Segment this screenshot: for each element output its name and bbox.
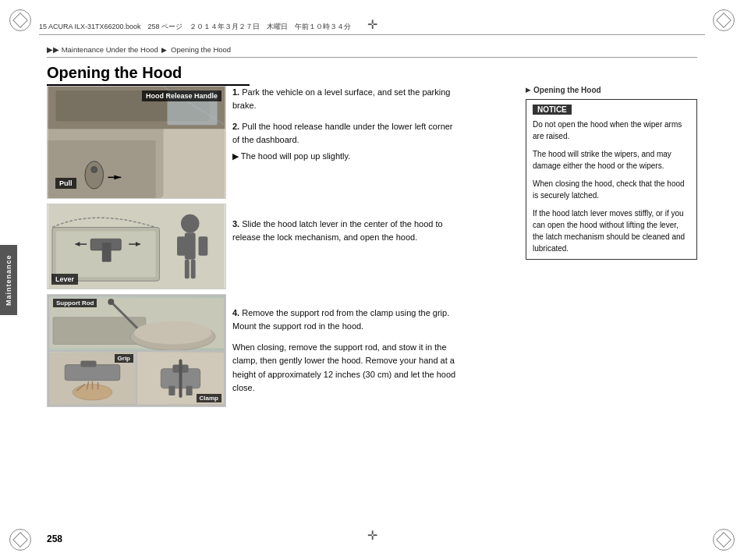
- sub-image-support-rod: Support Rod: [49, 296, 224, 350]
- step-3-label: 3.: [232, 219, 239, 229]
- step-4: 4. Remove the support rod from the clamp…: [232, 307, 459, 333]
- label-grip: Grip: [115, 354, 133, 363]
- right-section-title: Opening the Hood: [526, 86, 697, 94]
- svg-rect-15: [102, 243, 112, 262]
- page-title: Opening the Hood: [47, 64, 250, 86]
- page-number: 258: [47, 533, 62, 544]
- header-text: 15 ACURA ILX-31TX66200.book 258 ページ ２０１４…: [39, 22, 351, 32]
- notice-label: NOTICE: [533, 105, 572, 115]
- diamond-bl: [12, 532, 28, 548]
- right-column: Opening the Hood NOTICE Do not open the …: [526, 86, 697, 268]
- step-3-text: Slide the hood latch lever in the center…: [232, 219, 443, 242]
- step-2: 2. Pull the hood release handle under th…: [232, 120, 459, 163]
- step-4-text: Remove the support rod from the clamp us…: [232, 308, 449, 331]
- svg-rect-44: [168, 385, 175, 395]
- corner-mark-tl: [9, 9, 31, 31]
- label-clamp: Clamp: [197, 394, 221, 402]
- notice-text-2: The hood will strike the wipers, and may…: [533, 148, 690, 172]
- breadcrumb-item-1: Maintenance Under the Hood: [62, 45, 158, 54]
- hood-release-image: Hood Release Handle Pull: [47, 86, 226, 199]
- notice-text-3: When closing the hood, check that the ho…: [533, 178, 690, 201]
- corner-mark-tr: [713, 9, 735, 31]
- svg-rect-22: [177, 236, 186, 256]
- top-header: 15 ACURA ILX-31TX66200.book 258 ページ ２０１４…: [39, 22, 705, 35]
- diamond-tr: [716, 12, 732, 28]
- svg-rect-21: [185, 232, 196, 259]
- diamond-tl: [12, 12, 28, 28]
- svg-point-29: [108, 299, 114, 305]
- step-1-label: 1.: [232, 87, 239, 97]
- label-support-rod: Support Rod: [53, 299, 97, 307]
- svg-rect-35: [80, 360, 96, 367]
- step-4-label: 4.: [232, 308, 239, 317]
- sub-image-grip: Grip: [49, 352, 136, 406]
- hood-latch-image: Lever: [47, 204, 226, 289]
- step-1-text: Park the vehicle on a level surface, and…: [232, 87, 450, 110]
- page: ✛ ✛ 15 ACURA ILX-31TX66200.book 258 ページ …: [0, 0, 744, 560]
- step-1: 1. Park the vehicle on a level surface, …: [232, 86, 459, 112]
- right-title-text: Opening the Hood: [533, 86, 601, 94]
- svg-rect-34: [65, 364, 120, 380]
- corner-mark-br: [713, 529, 735, 551]
- label-lever: Lever: [51, 274, 78, 285]
- svg-point-20: [181, 214, 200, 233]
- label-hood-release-handle: Hood Release Handle: [142, 90, 221, 101]
- steps-column: 1. Park the vehicle on a level surface, …: [232, 86, 459, 402]
- notice-text-1: Do not open the hood when the wiper arms…: [533, 119, 690, 142]
- breadcrumb-arrow: ▶▶: [47, 45, 59, 54]
- sub-image-clamp: Clamp: [137, 352, 224, 406]
- svg-rect-25: [191, 260, 196, 279]
- notice-text-4: If the hood latch lever moves stiffly, o…: [533, 207, 690, 254]
- breadcrumb-line: [47, 57, 697, 58]
- svg-point-6: [91, 167, 97, 173]
- step-2-text: Pull the hood release handle under the l…: [232, 122, 453, 144]
- label-pull: Pull: [55, 178, 76, 189]
- step-3: 3. Slide the hood latch lever in the cen…: [232, 218, 459, 244]
- center-cross-bottom: ✛: [367, 528, 377, 543]
- svg-rect-23: [199, 236, 208, 256]
- closing-text: When closing, remove the support rod, an…: [232, 341, 459, 394]
- step-2-sub: ▶ The hood will pop up slightly.: [232, 150, 459, 163]
- svg-point-32: [134, 321, 211, 345]
- left-column: Hood Release Handle Pull: [47, 86, 226, 412]
- notice-box: NOTICE Do not open the hood when the wip…: [526, 99, 697, 260]
- breadcrumb-separator: ▶: [161, 46, 167, 54]
- support-rod-image: Support Rod: [47, 294, 226, 407]
- closing-paragraph: When closing, remove the support rod, an…: [232, 342, 455, 392]
- svg-rect-24: [185, 260, 190, 279]
- side-tab: Maintenance: [0, 245, 17, 315]
- svg-point-5: [85, 161, 104, 190]
- step-2-label: 2.: [232, 122, 239, 131]
- corner-mark-bl: [9, 529, 31, 551]
- main-content: Hood Release Handle Pull: [47, 86, 697, 521]
- breadcrumb-item-2: Opening the Hood: [171, 45, 231, 54]
- diamond-br: [716, 532, 732, 548]
- svg-rect-45: [186, 385, 193, 395]
- breadcrumb: ▶▶ Maintenance Under the Hood ▶ Opening …: [47, 45, 231, 54]
